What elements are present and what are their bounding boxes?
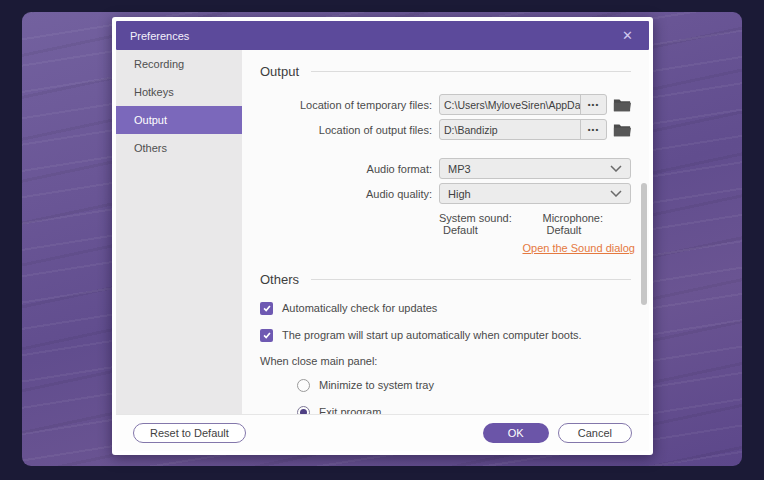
check-updates-checkbox[interactable] (260, 302, 273, 315)
output-files-row: Location of output files: D:\Bandizip ••… (260, 119, 631, 140)
audio-quality-value: High (448, 188, 471, 200)
audio-format-label: Audio format: (260, 163, 432, 175)
audio-format-row: Audio format: MP3 (260, 158, 631, 179)
sidebar: Recording Hotkeys Output Others (116, 50, 242, 414)
audio-format-select[interactable]: MP3 (439, 158, 631, 179)
check-icon (262, 303, 272, 313)
exit-program-radio[interactable] (297, 406, 310, 415)
dialog-titlebar[interactable]: Preferences ✕ (116, 21, 649, 50)
system-sound-label: System sound: (439, 212, 512, 224)
temp-files-row: Location of temporary files: C:\Users\My… (260, 94, 631, 115)
audio-quality-select[interactable]: High (439, 183, 631, 204)
output-files-field[interactable]: D:\Bandizip ••• (439, 119, 607, 140)
temp-files-field[interactable]: C:\Users\MyloveSiren\AppData\Loc ••• (439, 94, 607, 115)
audio-quality-label: Audio quality: (260, 188, 432, 200)
output-files-label: Location of output files: (260, 124, 432, 136)
sidebar-item-hotkeys[interactable]: Hotkeys (116, 78, 242, 106)
auto-start-row: The program will start up automatically … (260, 327, 631, 343)
audio-dropdowns: Audio format: MP3 Audio quality: High (260, 158, 631, 204)
system-sound-status: System sound: Default (439, 212, 543, 236)
exit-program-label: Exit program (319, 406, 381, 414)
section-divider (311, 71, 631, 72)
output-section-title: Output (260, 64, 299, 79)
temp-files-label: Location of temporary files: (260, 99, 432, 111)
output-files-value: D:\Bandizip (440, 124, 580, 136)
chevron-down-icon (610, 190, 622, 197)
preferences-dialog: Preferences ✕ Recording Hotkeys Output O… (112, 17, 653, 455)
output-section-header: Output (260, 64, 631, 78)
exit-program-row: Exit program (297, 404, 631, 414)
check-icon (262, 330, 272, 340)
microphone-status: Microphone: Default (543, 212, 635, 236)
minimize-tray-radio[interactable] (297, 379, 310, 392)
browse-ellipsis-button[interactable]: ••• (580, 95, 606, 114)
auto-start-label: The program will start up automatically … (282, 329, 582, 341)
auto-start-checkbox[interactable] (260, 329, 273, 342)
dialog-title: Preferences (130, 30, 618, 42)
sound-status-row: System sound: Default Microphone: Defaul… (439, 212, 635, 236)
check-updates-row: Automatically check for updates (260, 300, 631, 316)
chevron-down-icon (610, 165, 622, 172)
check-updates-label: Automatically check for updates (282, 302, 437, 314)
ok-button[interactable]: OK (483, 423, 549, 443)
minimize-tray-label: Minimize to system tray (319, 379, 434, 391)
settings-content: Output Location of temporary files: C:\U… (242, 50, 649, 414)
path-fields: Location of temporary files: C:\Users\My… (260, 94, 631, 140)
temp-files-value: C:\Users\MyloveSiren\AppData\Loc (440, 99, 580, 111)
cancel-button[interactable]: Cancel (558, 423, 632, 443)
sidebar-item-output[interactable]: Output (116, 106, 242, 134)
microphone-value: Default (547, 224, 582, 236)
others-section-header: Others (260, 272, 631, 286)
reset-to-default-button[interactable]: Reset to Default (133, 423, 246, 443)
system-sound-value: Default (443, 224, 478, 236)
minimize-tray-row: Minimize to system tray (297, 377, 631, 393)
microphone-label: Microphone: (543, 212, 604, 224)
browse-ellipsis-button[interactable]: ••• (580, 120, 606, 139)
section-divider (311, 279, 631, 280)
audio-format-value: MP3 (448, 163, 471, 175)
sidebar-item-recording[interactable]: Recording (116, 50, 242, 78)
sidebar-item-others[interactable]: Others (116, 134, 242, 162)
dialog-footer: Reset to Default OK Cancel (116, 414, 649, 451)
sound-dialog-link-row: Open the Sound dialog (439, 238, 635, 256)
dialog-body: Recording Hotkeys Output Others Output L… (116, 50, 649, 414)
open-folder-icon[interactable] (613, 122, 631, 137)
open-sound-dialog-link[interactable]: Open the Sound dialog (522, 242, 635, 254)
when-close-label: When close main panel: (260, 355, 631, 367)
close-icon[interactable]: ✕ (618, 27, 637, 44)
others-section-title: Others (260, 272, 299, 287)
scrollbar-thumb[interactable] (641, 183, 647, 305)
audio-quality-row: Audio quality: High (260, 183, 631, 204)
open-folder-icon[interactable] (613, 97, 631, 112)
